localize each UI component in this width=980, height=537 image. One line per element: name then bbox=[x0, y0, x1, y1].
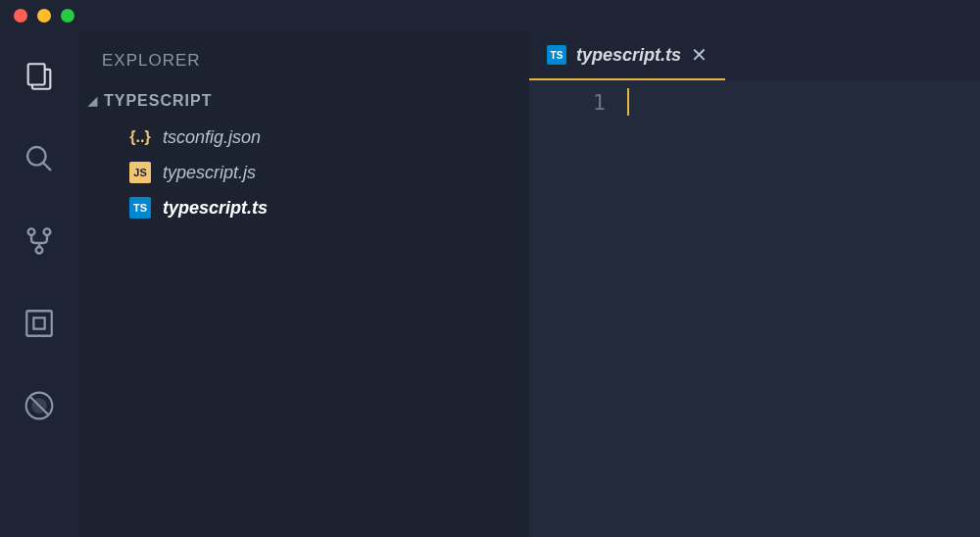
svg-point-1 bbox=[27, 147, 46, 166]
extensions-icon[interactable] bbox=[22, 388, 57, 423]
sidebar-title: EXPLORER bbox=[78, 31, 529, 88]
file-list: {..} tsconfig.json JS typescript.js TS t… bbox=[78, 120, 529, 225]
editor-area: TS typescript.ts ✕ 1 bbox=[529, 31, 980, 537]
window-maximize-icon[interactable] bbox=[61, 9, 74, 23]
code-area[interactable] bbox=[627, 80, 980, 537]
window-close-icon[interactable] bbox=[14, 9, 27, 23]
tab-typescript-ts[interactable]: TS typescript.ts ✕ bbox=[529, 31, 725, 80]
line-gutter: 1 bbox=[529, 80, 627, 537]
file-item-typescript-ts[interactable]: TS typescript.ts bbox=[78, 190, 529, 225]
line-number: 1 bbox=[529, 90, 606, 115]
source-control-icon[interactable] bbox=[22, 223, 57, 259]
ts-icon: TS bbox=[547, 45, 566, 65]
chevron-down-icon: ◢ bbox=[88, 94, 98, 108]
activity-bar bbox=[0, 31, 78, 537]
tab-bar: TS typescript.ts ✕ bbox=[529, 31, 980, 80]
explorer-icon[interactable] bbox=[22, 59, 57, 94]
search-icon[interactable] bbox=[22, 141, 57, 176]
json-icon: {..} bbox=[129, 126, 151, 148]
file-name: typescript.js bbox=[163, 163, 256, 183]
svg-rect-7 bbox=[33, 317, 44, 328]
window-titlebar bbox=[0, 0, 980, 31]
editor-content[interactable]: 1 bbox=[529, 80, 980, 537]
svg-point-5 bbox=[36, 247, 43, 254]
svg-rect-6 bbox=[26, 311, 52, 336]
window-minimize-icon[interactable] bbox=[37, 9, 51, 23]
svg-point-4 bbox=[44, 228, 51, 235]
close-icon[interactable]: ✕ bbox=[691, 43, 708, 67]
tab-label: typescript.ts bbox=[576, 45, 681, 66]
sidebar-explorer: EXPLORER ◢ TYPESCRIPT {..} tsconfig.json… bbox=[78, 31, 529, 537]
main-layout: EXPLORER ◢ TYPESCRIPT {..} tsconfig.json… bbox=[0, 31, 980, 537]
svg-line-2 bbox=[43, 163, 51, 171]
file-item-tsconfig[interactable]: {..} tsconfig.json bbox=[78, 120, 529, 155]
ts-icon: TS bbox=[129, 197, 151, 219]
file-item-typescript-js[interactable]: JS typescript.js bbox=[78, 155, 529, 190]
folder-name: TYPESCRIPT bbox=[104, 92, 212, 110]
svg-rect-0 bbox=[28, 64, 45, 84]
debug-icon[interactable] bbox=[22, 306, 57, 341]
file-name: typescript.ts bbox=[163, 198, 268, 219]
svg-point-3 bbox=[28, 228, 35, 235]
folder-header[interactable]: ◢ TYPESCRIPT bbox=[78, 88, 529, 120]
editor-cursor bbox=[627, 88, 629, 116]
js-icon: JS bbox=[129, 162, 151, 183]
file-name: tsconfig.json bbox=[163, 127, 261, 148]
